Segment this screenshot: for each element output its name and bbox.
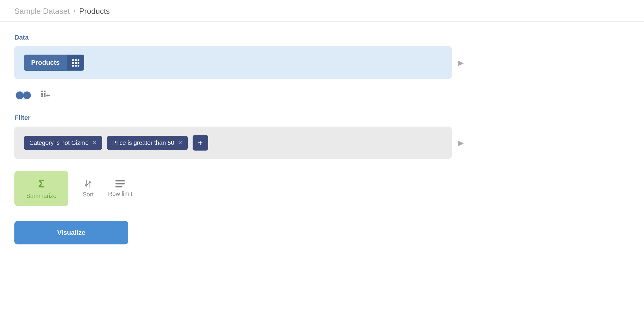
filter-section-label: Filter bbox=[14, 114, 465, 122]
grid-icon bbox=[72, 59, 79, 66]
filter-row-container: Category is not Gizmo ✕ Price is greater… bbox=[14, 127, 465, 159]
svg-rect-3 bbox=[44, 93, 46, 95]
products-pill-label: Products bbox=[24, 55, 67, 71]
filter-chip-price-close[interactable]: ✕ bbox=[178, 139, 182, 146]
filter-arrow-right[interactable]: ▶ bbox=[458, 138, 464, 148]
visualize-button[interactable]: Visualize bbox=[14, 221, 128, 244]
products-pill-icon[interactable] bbox=[67, 55, 84, 70]
svg-rect-5 bbox=[44, 95, 46, 97]
svg-rect-10 bbox=[115, 186, 123, 187]
actions-row: Summarize Sort Row limit bbox=[14, 171, 465, 206]
svg-rect-1 bbox=[44, 91, 46, 92]
row-limit-button[interactable]: Row limit bbox=[108, 180, 132, 197]
main-content: Data Products ▶ bbox=[0, 22, 479, 256]
sort-icon bbox=[83, 179, 93, 189]
add-column-icon bbox=[41, 90, 52, 101]
data-row-container: Products ▶ bbox=[14, 46, 465, 79]
breadcrumb-bar: Sample Dataset • Products bbox=[0, 0, 644, 22]
row-limit-icon bbox=[115, 180, 126, 188]
svg-rect-2 bbox=[41, 93, 43, 95]
breadcrumb-dot: • bbox=[73, 8, 75, 15]
toggle-button[interactable] bbox=[14, 89, 32, 102]
breadcrumb-dataset[interactable]: Sample Dataset bbox=[14, 7, 70, 16]
sort-button[interactable]: Sort bbox=[83, 179, 94, 198]
svg-rect-0 bbox=[41, 91, 43, 92]
sort-label: Sort bbox=[83, 191, 94, 198]
svg-rect-4 bbox=[41, 95, 43, 97]
filter-card: Category is not Gizmo ✕ Price is greater… bbox=[14, 127, 452, 159]
summarize-label: Summarize bbox=[26, 193, 56, 199]
toggle-icon bbox=[15, 91, 31, 100]
data-section-label: Data bbox=[14, 34, 465, 41]
tools-row bbox=[14, 89, 465, 102]
data-card: Products bbox=[14, 46, 452, 79]
data-section: Data Products ▶ bbox=[14, 34, 465, 79]
data-arrow-right[interactable]: ▶ bbox=[458, 58, 464, 67]
filter-chip-category[interactable]: Category is not Gizmo ✕ bbox=[24, 136, 102, 150]
filter-chip-price[interactable]: Price is greater than 50 ✕ bbox=[107, 136, 188, 150]
filter-chip-price-text: Price is greater than 50 bbox=[112, 139, 174, 146]
breadcrumb-current[interactable]: Products bbox=[79, 7, 110, 16]
filter-add-button[interactable]: + bbox=[193, 135, 208, 151]
toggle-knob-right bbox=[23, 91, 31, 99]
filter-chip-category-close[interactable]: ✕ bbox=[92, 139, 97, 146]
sigma-icon bbox=[38, 178, 45, 190]
add-column-button[interactable] bbox=[37, 89, 55, 102]
filter-section: Filter Category is not Gizmo ✕ Price is … bbox=[14, 114, 465, 159]
svg-rect-9 bbox=[115, 183, 125, 184]
row-limit-label: Row limit bbox=[108, 190, 132, 197]
products-pill[interactable]: Products bbox=[24, 55, 84, 71]
filter-chip-category-text: Category is not Gizmo bbox=[29, 139, 89, 146]
svg-rect-8 bbox=[115, 180, 125, 181]
summarize-button[interactable]: Summarize bbox=[14, 171, 68, 206]
toggle-knob-left bbox=[16, 91, 24, 99]
